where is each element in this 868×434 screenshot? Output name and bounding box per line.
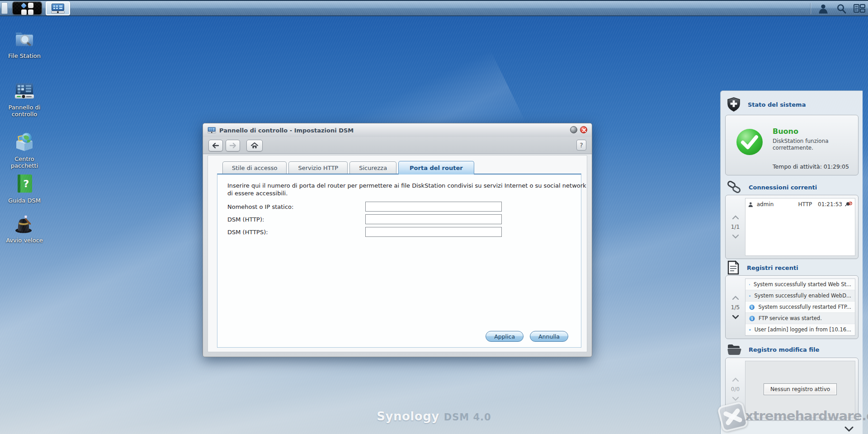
log-text: User [admin] logged in from [10.16...: [755, 326, 851, 333]
desktop-icon-label: Avvio veloce: [3, 237, 46, 244]
chevron-down-icon: [844, 426, 854, 432]
desktop-icon-file-station[interactable]: File Station: [3, 28, 46, 59]
search-icon[interactable]: [835, 3, 847, 14]
help-button[interactable]: ?: [576, 140, 586, 151]
synology-logo: Synology DSM 4.0: [366, 410, 502, 423]
taskbar-tray: [811, 2, 865, 15]
connection-time: 01:21:53: [818, 201, 842, 208]
page-up-icon[interactable]: [732, 296, 739, 300]
forward-button[interactable]: [226, 140, 240, 151]
desktop-icon-dsm-help[interactable]: ? Guida DSM: [3, 173, 46, 204]
log-text: System successfully started Web St...: [754, 281, 851, 288]
show-desktop-button[interactable]: [1, 2, 8, 14]
control-panel-dialog: Pannello di controllo - Impostazioni DSM…: [203, 123, 592, 357]
document-icon: [727, 260, 740, 275]
shield-icon: [727, 97, 741, 112]
taskbar-item-control-panel[interactable]: [46, 1, 70, 15]
log-text: FTP service was started.: [759, 315, 822, 321]
desktop-icon-quick-start[interactable]: Avvio veloce: [3, 212, 46, 244]
logs-header: Registri recenti: [727, 260, 798, 275]
pilot-view-icon[interactable]: [854, 3, 865, 14]
field-row-dsm-http: DSM (HTTP):: [227, 214, 502, 224]
close-icon[interactable]: [580, 126, 587, 133]
log-row[interactable]: i FTP service was started.: [745, 313, 855, 324]
connections-box: 1/1 admin HTTP 01:21:53: [725, 195, 859, 259]
tab-porta-del-router[interactable]: Porta del router: [398, 161, 474, 175]
log-row[interactable]: i User [admin] logged in from [10.16...: [745, 324, 855, 335]
log-text: System successfully restarted FTP...: [758, 304, 851, 310]
section-title: Connessioni correnti: [749, 184, 817, 191]
page-down-icon[interactable]: [732, 397, 739, 401]
back-button[interactable]: [208, 140, 223, 151]
user-mini-icon: [748, 202, 753, 208]
router-port-panel: Inserire qui il numero di porta del rout…: [217, 174, 581, 348]
connection-row[interactable]: admin HTTP 01:21:53: [745, 198, 855, 210]
dsm-https-port-input[interactable]: [365, 227, 502, 237]
svg-text:i: i: [750, 329, 750, 330]
desktop-icon-control-panel[interactable]: Pannello di controllo: [3, 80, 46, 118]
apply-button[interactable]: Applica: [486, 331, 524, 342]
file-log-box: 0/0 Nessun registro attivo: [725, 358, 859, 421]
connections-header: Connessioni correnti: [727, 180, 817, 194]
quick-start-icon: [14, 212, 35, 234]
field-label: DSM (HTTPS):: [227, 229, 365, 236]
tab-servizio-http[interactable]: Servizio HTTP: [288, 161, 348, 174]
tab-stile-di-accesso[interactable]: Stile di accesso: [222, 161, 287, 174]
page-up-icon[interactable]: [732, 377, 739, 382]
file-station-icon: [14, 28, 35, 50]
minimize-button[interactable]: [570, 126, 577, 133]
field-label: DSM (HTTP):: [227, 216, 365, 223]
section-title: Stato del sistema: [748, 101, 806, 108]
desktop-icon-label: Centro pacchetti: [3, 156, 46, 169]
brand-name: Synology: [377, 410, 439, 423]
desktop: File Station Pannello di controllo: [0, 0, 868, 434]
dsm-http-port-input[interactable]: [365, 214, 502, 224]
health-status: Buono: [773, 127, 798, 136]
page-up-icon[interactable]: [732, 215, 739, 219]
panel-description: Inserire qui il numero di porta del rout…: [227, 182, 589, 197]
log-row[interactable]: i System successfully enabled WebD...: [745, 290, 855, 302]
svg-text:?: ?: [24, 178, 29, 189]
connection-user: admin: [757, 201, 796, 208]
section-title: Registri recenti: [747, 264, 798, 271]
user-icon[interactable]: [817, 3, 829, 14]
control-panel-icon: [14, 80, 35, 101]
log-row[interactable]: i System successfully started Web St...: [745, 279, 855, 290]
status-ok-icon: [736, 128, 764, 156]
pager-count: 1/5: [731, 304, 740, 311]
tab-sicurezza[interactable]: Sicurezza: [349, 161, 396, 174]
no-active-log-message: Nessun registro attivo: [764, 383, 837, 395]
control-panel-icon: [51, 4, 65, 14]
info-icon: i: [749, 316, 755, 321]
link-icon: [727, 180, 741, 194]
home-button[interactable]: [246, 140, 263, 151]
dialog-title: Pannello di controllo - Impostazioni DSM: [219, 127, 354, 134]
dialog-toolbar: ?: [203, 137, 592, 154]
package-center-icon: [14, 131, 35, 153]
disconnect-icon[interactable]: [845, 201, 852, 208]
system-health-box: Buono DiskStation funziona correttamente…: [725, 115, 859, 175]
dialog-tabs: Stile di accesso Servizio HTTP Sicurezza…: [222, 161, 474, 174]
dialog-title-icon: [208, 127, 216, 133]
desktop-icon-package-center[interactable]: Centro pacchetti: [3, 131, 46, 169]
dialog-body: Stile di accesso Servizio HTTP Sicurezza…: [208, 155, 587, 352]
main-menu-icon: [21, 3, 33, 15]
hostname-input[interactable]: [365, 202, 502, 212]
connections-pager: 1/1: [726, 195, 745, 259]
cancel-button[interactable]: Annulla: [530, 331, 568, 342]
logs-box: 1/5 i System successfully started Web St…: [725, 275, 859, 339]
health-description: DiskStation funziona correttamente.: [773, 138, 852, 151]
page-down-icon[interactable]: [732, 315, 739, 319]
widget-panel-collapse-button[interactable]: [839, 425, 859, 433]
desktop-icon-label: Guida DSM: [3, 197, 46, 204]
main-menu-button[interactable]: [12, 1, 42, 15]
folder-open-icon: [727, 343, 741, 356]
info-icon: i: [749, 304, 755, 310]
log-row[interactable]: i System successfully restarted FTP...: [745, 302, 855, 313]
file-log-area: Nessun registro attivo: [745, 361, 855, 418]
info-icon: i: [749, 327, 751, 333]
section-title: Registro modifica file: [749, 346, 819, 353]
dialog-titlebar[interactable]: Pannello di controllo - Impostazioni DSM: [203, 123, 592, 137]
page-down-icon[interactable]: [732, 235, 739, 239]
file-log-pager: 0/0: [726, 358, 745, 420]
